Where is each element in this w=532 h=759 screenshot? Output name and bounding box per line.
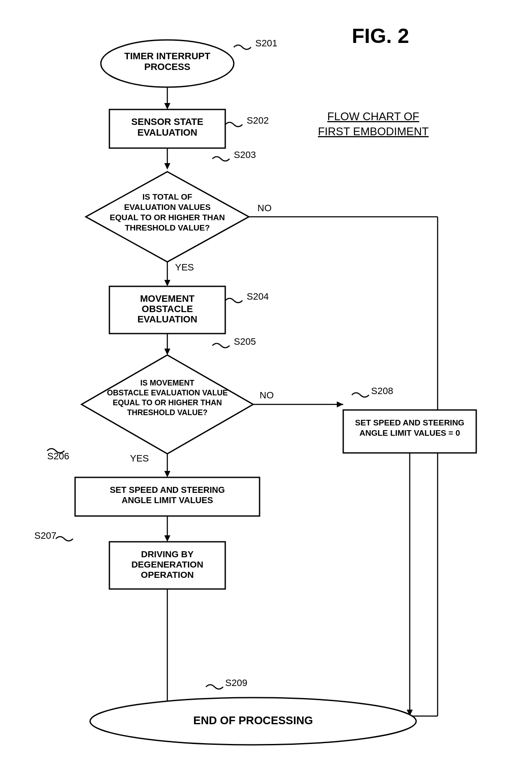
s204-text3: EVALUATION <box>137 314 197 325</box>
arrowhead-s203-s204 <box>164 280 170 286</box>
s206-text2: ANGLE LIMIT VALUES <box>122 495 213 505</box>
s203-text1: IS TOTAL OF <box>142 192 192 201</box>
s206-text1: SET SPEED AND STEERING <box>110 485 225 495</box>
s207-text1: DRIVING BY <box>141 549 194 559</box>
s202-text-line2: EVALUATION <box>137 127 197 138</box>
s201-squiggle <box>234 45 251 49</box>
s204-ref: S204 <box>247 291 269 302</box>
arrowhead-s205-s206 <box>164 471 170 477</box>
s203-yes-label: YES <box>175 262 194 273</box>
s205-no-label: NO <box>260 390 274 401</box>
s205-yes-text: YES <box>130 453 149 464</box>
s203-ref: S203 <box>234 149 256 160</box>
s203-text4: THRESHOLD VALUE? <box>125 223 210 232</box>
s205-text3: EQUAL TO OR HIGHER THAN <box>113 398 222 407</box>
s203-squiggle <box>212 157 230 161</box>
s207-text3: OPERATION <box>141 570 193 580</box>
s201-text-line2: PROCESS <box>144 61 190 72</box>
s209-squiggle <box>206 685 223 689</box>
s205-ref: S205 <box>234 336 256 347</box>
s209-text: END OF PROCESSING <box>193 714 313 727</box>
arrowhead-s201-s202 <box>164 103 170 109</box>
diagram-container: FIG. 2 FLOW CHART OF FIRST EMBODIMENT TI… <box>0 0 532 759</box>
s205-text4: THRESHOLD VALUE? <box>127 408 208 417</box>
s207-ref: S207 <box>34 530 56 541</box>
s203-no-label: NO <box>257 203 272 213</box>
s204-text2: OBSTACLE <box>142 304 193 314</box>
s207-text2: DEGENERATION <box>131 559 203 569</box>
subtitle-line1: FLOW CHART OF <box>327 110 419 123</box>
s204-squiggle <box>225 298 242 303</box>
arrowhead-s204-s205 <box>164 349 170 355</box>
s203-text3: EQUAL TO OR HIGHER THAN <box>110 213 225 222</box>
arrowhead-s206-s207 <box>164 535 170 542</box>
s208-text2: ANGLE LIMIT VALUES = 0 <box>360 428 460 437</box>
s201-text-line1: TIMER INTERRUPT <box>124 51 211 61</box>
s205-text1: IS MOVEMENT <box>140 379 194 387</box>
s207-squiggle <box>56 537 73 541</box>
s208-ref: S208 <box>371 386 393 396</box>
s202-ref: S202 <box>247 115 269 126</box>
s209-ref: S209 <box>225 677 247 688</box>
s202-squiggle <box>225 122 242 127</box>
s202-text-line1: SENSOR STATE <box>131 116 203 127</box>
s208-squiggle <box>352 393 369 397</box>
arrowhead-s205-no <box>337 401 343 407</box>
s205-text2: OBSTACLE EVALUATION VALUE <box>107 389 228 397</box>
subtitle-line2: FIRST EMBODIMENT <box>318 125 429 138</box>
s204-text1: MOVEMENT <box>140 293 195 304</box>
s205-squiggle <box>212 343 230 348</box>
s208-text1: SET SPEED AND STEERING <box>355 418 465 427</box>
arrowhead-s202-s203 <box>164 163 170 170</box>
s203-text2: EVALUATION VALUES <box>124 203 211 212</box>
fig-title: FIG. 2 <box>352 24 409 47</box>
s201-ref: S201 <box>255 38 277 49</box>
